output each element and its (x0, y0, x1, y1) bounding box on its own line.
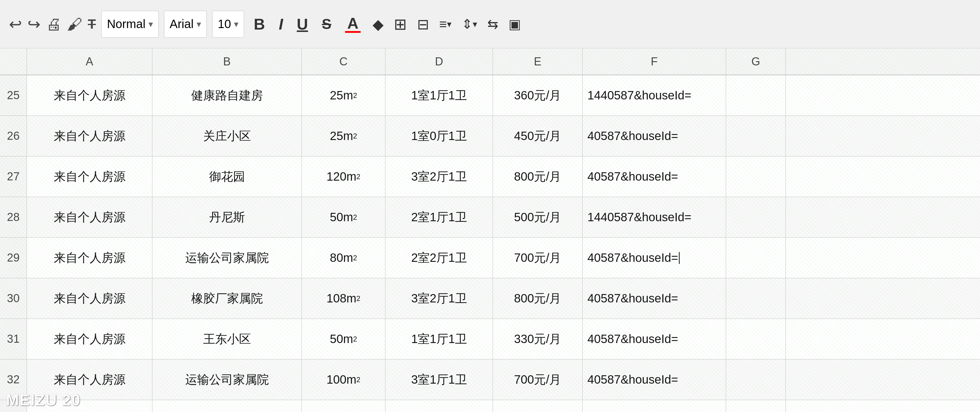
cell-url[interactable]: 40587&houseId= (582, 157, 726, 197)
cell-url[interactable]: 40587&houseId= (582, 116, 726, 156)
table-row[interactable]: 29来自个人房源运输公司家属院80m22室2厅1卫700元/月40587&hou… (0, 238, 980, 278)
cell-area[interactable]: 80m2 (302, 238, 385, 278)
cell-area[interactable]: 120m2 (302, 157, 385, 197)
font-dropdown[interactable]: Arial ▾ (164, 11, 207, 38)
cell-extra[interactable] (726, 400, 786, 412)
col-header-c[interactable]: C (302, 48, 385, 74)
cell-extra[interactable] (726, 238, 786, 278)
vertical-align-dropdown[interactable]: ⇕▾ (459, 11, 480, 38)
cell-layout[interactable]: 1室1厅1卫 (385, 319, 493, 359)
merge-cells-icon[interactable]: ⊟ (415, 11, 431, 38)
cell-layout[interactable]: 3室2厅1卫 (385, 157, 493, 197)
cell-area[interactable]: 55m2 (302, 400, 385, 412)
cell-name[interactable]: 丹尼斯 (153, 197, 302, 237)
cell-source[interactable]: 来自个人房源 (27, 278, 153, 319)
table-row[interactable]: 30来自个人房源橡胶厂家属院108m23室2厅1卫800元/月40587&hou… (0, 278, 980, 319)
font-color-button[interactable]: A (341, 11, 365, 38)
underline-button[interactable]: U (293, 11, 312, 38)
cell-layout[interactable]: 1室0厅1卫 (385, 116, 493, 156)
cell-layout[interactable]: 2室1厅1卫 (385, 197, 493, 237)
cell-url[interactable]: 40587&houseId= (582, 400, 726, 412)
col-header-b[interactable]: B (153, 48, 302, 74)
print-icon[interactable]: 🖨 (46, 15, 62, 33)
cell-name[interactable]: 健康路自建房 (153, 75, 302, 116)
undo-icon[interactable]: ↩ (9, 15, 22, 33)
cell-extra[interactable] (726, 319, 786, 359)
cell-area[interactable]: 50m2 (302, 319, 385, 359)
cell-layout[interactable]: 1室1厅1卫 (385, 75, 493, 116)
table-row[interactable]: 32来自个人房源运输公司家属院100m23室1厅1卫700元/月40587&ho… (0, 360, 980, 400)
cell-name[interactable]: 橡胶厂家属院 (153, 278, 302, 319)
table-row[interactable]: 27来自个人房源御花园120m23室2厅1卫800元/月40587&houseI… (0, 157, 980, 197)
cell-source[interactable]: 来自个人房源 (27, 116, 153, 156)
text-wrap-icon[interactable]: ⇆ (485, 11, 501, 38)
cell-price[interactable]: 700元/月 (493, 238, 582, 278)
col-header-e[interactable]: E (493, 48, 582, 74)
table-row[interactable]: 26来自个人房源关庄小区25m21室0厅1卫450元/月40587&houseI… (0, 116, 980, 157)
cell-price[interactable]: 330元/月 (493, 319, 582, 359)
cell-name[interactable]: ... (153, 400, 302, 412)
cell-name[interactable]: 运输公司家属院 (153, 360, 302, 400)
cell-price[interactable]: 700元/月 (493, 360, 582, 400)
cell-layout[interactable]: 3室2厅1卫 (385, 278, 493, 319)
cell-extra[interactable] (726, 116, 786, 156)
cell-url[interactable]: 40587&houseId= (582, 319, 726, 359)
cell-extra[interactable] (726, 157, 786, 197)
cell-price[interactable]: 360元/月 (493, 75, 582, 116)
grid-icon[interactable]: ⊞ (391, 11, 409, 38)
cell-extra[interactable] (726, 75, 786, 116)
cell-url[interactable]: 40587&houseId= (582, 278, 726, 319)
style-dropdown[interactable]: Normal ▾ (101, 11, 159, 38)
bold-button[interactable]: B (250, 11, 269, 38)
cell-extra[interactable] (726, 360, 786, 400)
paint-bucket-button[interactable]: ◆ (370, 11, 386, 38)
cell-extra[interactable] (726, 278, 786, 319)
cell-price[interactable]: 450元/月 (493, 116, 582, 156)
font-size-label: 10 (218, 17, 231, 31)
font-size-dropdown[interactable]: 10 ▾ (212, 11, 244, 38)
cell-price[interactable]: 400元/月 (493, 400, 582, 412)
cell-layout[interactable]: 1室1厅1卫 (385, 400, 493, 412)
cell-area[interactable]: 108m2 (302, 278, 385, 319)
cell-area[interactable]: 25m2 (302, 116, 385, 156)
cell-price[interactable]: 500元/月 (493, 197, 582, 237)
cell-area[interactable]: 50m2 (302, 197, 385, 237)
cell-layout[interactable]: 2室2厅1卫 (385, 238, 493, 278)
cell-source[interactable]: 来自个人房源 (27, 197, 153, 237)
strikethrough-button[interactable]: S (318, 11, 336, 38)
cell-url[interactable]: 1440587&houseId= (582, 197, 726, 237)
row-number: 26 (0, 116, 27, 156)
cell-name[interactable]: 御花园 (153, 157, 302, 197)
clear-format-icon[interactable]: T (88, 17, 96, 32)
table-row[interactable]: 25来自个人房源健康路自建房25m21室1厅1卫360元/月1440587&ho… (0, 75, 980, 116)
cell-extra[interactable] (726, 197, 786, 237)
cell-area[interactable]: 25m2 (302, 75, 385, 116)
cell-price[interactable]: 800元/月 (493, 157, 582, 197)
col-header-f[interactable]: F (582, 48, 726, 74)
cell-url[interactable]: 40587&houseId= (582, 238, 726, 278)
cell-name[interactable]: 关庄小区 (153, 116, 302, 156)
table-row[interactable]: 33来自个人房源...55m21室1厅1卫400元/月40587&houseId… (0, 400, 980, 412)
table-row[interactable]: 31来自个人房源王东小区50m21室1厅1卫330元/月40587&houseI… (0, 319, 980, 360)
cell-source[interactable]: 来自个人房源 (27, 319, 153, 359)
cell-source[interactable]: 来自个人房源 (27, 238, 153, 278)
cell-url[interactable]: 40587&houseId= (582, 360, 726, 400)
freeze-pane-icon[interactable]: ▣ (506, 11, 523, 38)
cell-area[interactable]: 100m2 (302, 360, 385, 400)
cell-source[interactable]: 来自个人房源 (27, 75, 153, 116)
table-row[interactable]: 28来自个人房源丹尼斯50m22室1厅1卫500元/月1440587&house… (0, 197, 980, 238)
redo-icon[interactable]: ↪ (27, 15, 41, 33)
col-header-a[interactable]: A (27, 48, 153, 74)
cell-price[interactable]: 800元/月 (493, 278, 582, 319)
format-painter-icon[interactable]: 🖌 (67, 15, 83, 33)
cell-name[interactable]: 王东小区 (153, 319, 302, 359)
italic-button[interactable]: I (275, 11, 287, 38)
align-left-dropdown[interactable]: ≡▾ (437, 11, 454, 38)
col-header-d[interactable]: D (385, 48, 493, 74)
toolbar: ↩ ↪ 🖨 🖌 T Normal ▾ Arial ▾ 10 ▾ B I U S … (0, 0, 980, 48)
col-header-g[interactable]: G (726, 48, 786, 74)
cell-url[interactable]: 1440587&houseId= (582, 75, 726, 116)
cell-name[interactable]: 运输公司家属院 (153, 238, 302, 278)
cell-layout[interactable]: 3室1厅1卫 (385, 360, 493, 400)
cell-source[interactable]: 来自个人房源 (27, 157, 153, 197)
